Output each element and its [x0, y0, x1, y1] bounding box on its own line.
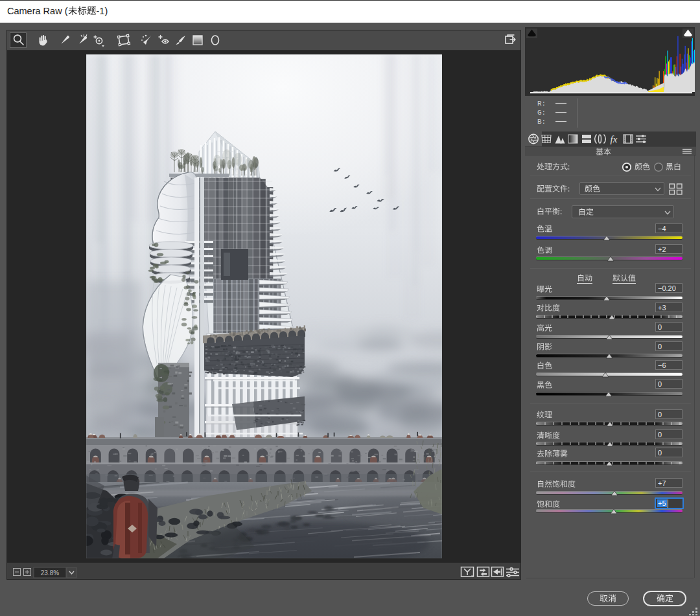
svg-text:fx: fx [611, 134, 618, 144]
svg-text:23.8%: 23.8% [41, 569, 59, 576]
